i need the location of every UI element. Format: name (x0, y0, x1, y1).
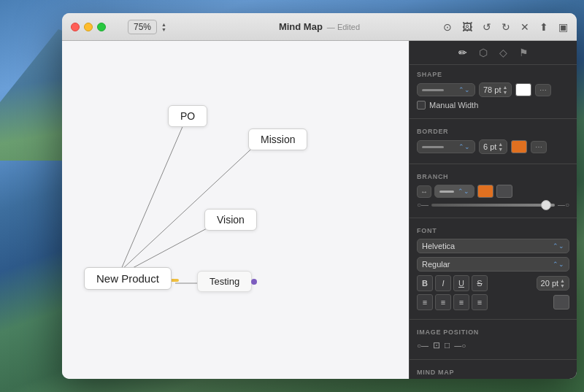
tab-flag[interactable]: ⚑ (519, 47, 529, 58)
img-pos-center-icon: ⊡ (433, 340, 440, 350)
branch-slider[interactable] (431, 204, 555, 207)
branch-color-swatch-2[interactable] (496, 185, 512, 198)
branch-dropdown-arrow: ⌃⌄ (458, 188, 469, 195)
toolbar-right: ⊙ 🖼 ↺ ↻ ✕ ⬆ ▣ (443, 21, 568, 33)
shape-manual-width-label: Manual Width (429, 101, 478, 109)
redo-icon[interactable]: ↻ (502, 21, 510, 33)
border-down-arrow[interactable]: ▼ (498, 147, 503, 152)
branch-color-swatch[interactable] (477, 185, 493, 198)
window-edited-label: — Edited (327, 23, 360, 31)
section-border: BORDER ⌃⌄ 6 pt ▲ ▼ ⋯ (410, 122, 577, 161)
tab-image[interactable]: ⬡ (479, 47, 488, 58)
fullscreen-button[interactable] (97, 23, 106, 31)
border-stepper-arrows[interactable]: ▲ ▼ (498, 142, 503, 152)
font-section-label: FONT (417, 227, 569, 234)
close-x-icon[interactable]: ✕ (520, 21, 529, 33)
mind-map-section-label: MIND MAP (417, 369, 569, 376)
node-new-product-label: New Product (96, 272, 159, 285)
zoom-down-icon[interactable]: ▼ (161, 27, 166, 32)
shape-style-dropdown[interactable]: ⌃⌄ (417, 83, 475, 96)
font-align-row: ≡ ≡ ≡ ≡ (417, 294, 569, 310)
section-image-position: IMAGE POSITION ○— ⊡ □ —○ (410, 323, 577, 356)
svg-line-2 (120, 142, 259, 271)
border-up-arrow[interactable]: ▲ (498, 142, 503, 147)
font-family-row: Helvetica ⌃⌄ (417, 239, 569, 253)
align-justify-button[interactable]: ≡ (472, 294, 488, 310)
node-mission[interactable]: Mission (248, 128, 307, 150)
divider-2 (410, 164, 577, 164)
border-pt-value: 6 pt (483, 142, 496, 151)
font-size-stepper[interactable]: 20 pt ▲ ▼ (537, 276, 569, 291)
border-control-row: ⌃⌄ 6 pt ▲ ▼ ⋯ (417, 139, 569, 154)
zoom-display: 75% (128, 20, 157, 34)
app-window: 75% ▲ ▼ Mind Map — Edited ⊙ 🖼 ↺ ↻ ✕ ⬆ ▣ (62, 13, 577, 379)
shape-color-swatch[interactable] (515, 83, 531, 96)
border-pt-stepper[interactable]: 6 pt ▲ ▼ (479, 139, 507, 154)
content-area: New Product Testing Vision Mission PO ✏ … (62, 41, 577, 379)
canvas[interactable]: New Product Testing Vision Mission PO (62, 41, 409, 379)
section-branch: BRANCH ↔ ⌃⌄ ○— —○ (410, 167, 577, 215)
image-position-label: IMAGE POSITION (417, 328, 569, 336)
img-pos-top-center[interactable]: ⊡ (433, 340, 440, 350)
italic-button[interactable]: I (435, 275, 451, 291)
node-new-product[interactable]: New Product (84, 267, 172, 290)
branch-slider-thumb[interactable] (541, 200, 551, 210)
node-testing[interactable]: Testing (197, 271, 252, 292)
font-size-up[interactable]: ▲ (560, 278, 565, 283)
svg-line-3 (120, 118, 186, 271)
align-left-button[interactable]: ≡ (417, 294, 433, 310)
shape-stepper-arrows[interactable]: ▲ ▼ (502, 85, 507, 95)
undo-icon[interactable]: ↺ (483, 21, 491, 33)
shape-pt-stepper[interactable]: 78 pt ▲ ▼ (479, 82, 512, 97)
section-font: FONT Helvetica ⌃⌄ Regular ⌃⌄ B I (410, 221, 577, 316)
bold-button[interactable]: B (417, 275, 433, 291)
tab-style[interactable]: ✏ (458, 47, 467, 58)
image-pos-row: ○— ⊡ □ —○ (417, 340, 569, 350)
font-weight-arrow: ⌃⌄ (553, 261, 564, 268)
zoom-up-icon[interactable]: ▲ (161, 22, 166, 27)
share-icon[interactable]: ⬆ (539, 21, 548, 33)
align-right-button[interactable]: ≡ (453, 294, 469, 310)
branch-link-btn[interactable]: ↔ (417, 185, 431, 198)
border-style-dropdown[interactable]: ⌃⌄ (417, 140, 475, 153)
font-size-down[interactable]: ▼ (560, 283, 565, 288)
strikethrough-button[interactable]: S (472, 275, 488, 291)
shape-down-arrow[interactable]: ▼ (502, 90, 507, 95)
align-center-button[interactable]: ≡ (435, 294, 451, 310)
font-style-row: B I U S 20 pt ▲ ▼ (417, 275, 569, 291)
window-title: Mind Map (279, 21, 323, 32)
shape-extra-btn[interactable]: ⋯ (535, 84, 551, 96)
branch-style-dropdown[interactable]: ⌃⌄ (434, 185, 474, 198)
border-extra-btn[interactable]: ⋯ (531, 141, 547, 153)
shape-section-label: SHAPE (417, 71, 569, 78)
img-pos-bottom[interactable]: —○ (454, 342, 466, 350)
shape-manual-width-checkbox[interactable] (417, 101, 426, 109)
underline-button[interactable]: U (453, 275, 469, 291)
font-family-dropdown[interactable]: Helvetica ⌃⌄ (417, 239, 569, 253)
img-pos-top-right[interactable]: □ (445, 340, 450, 350)
section-shape: SHAPE ⌃⌄ 78 pt ▲ ▼ ⋯ (410, 65, 577, 115)
font-size-arrows[interactable]: ▲ ▼ (560, 278, 565, 288)
minimize-button[interactable] (84, 23, 93, 31)
image-icon[interactable]: 🖼 (462, 21, 472, 33)
shape-line-preview (422, 89, 444, 91)
traffic-lights (71, 23, 106, 31)
check-circle-icon[interactable]: ⊙ (443, 21, 452, 33)
node-vision[interactable]: Vision (204, 209, 257, 231)
branch-color-row: ↔ ⌃⌄ (417, 185, 569, 198)
font-color-swatch[interactable] (553, 295, 569, 310)
divider-1 (410, 118, 577, 119)
sidebar-icon[interactable]: ▣ (558, 21, 568, 33)
node-po-label: PO (180, 110, 195, 122)
close-button[interactable] (71, 23, 80, 31)
img-pos-top-left[interactable]: ○— (417, 342, 429, 350)
shape-up-arrow[interactable]: ▲ (502, 85, 507, 90)
shape-manual-width-row: Manual Width (417, 101, 569, 109)
font-weight-dropdown[interactable]: Regular ⌃⌄ (417, 257, 569, 272)
section-mind-map: MIND MAP Branch Type ⌒ ⌃⌄ Manual Layout … (410, 363, 577, 379)
zoom-stepper[interactable]: ▲ ▼ (161, 22, 166, 32)
shape-dropdown-arrow: ⌃⌄ (458, 86, 470, 93)
border-color-swatch[interactable] (511, 140, 527, 153)
tab-link[interactable]: ◇ (499, 47, 507, 58)
node-po[interactable]: PO (168, 105, 207, 127)
